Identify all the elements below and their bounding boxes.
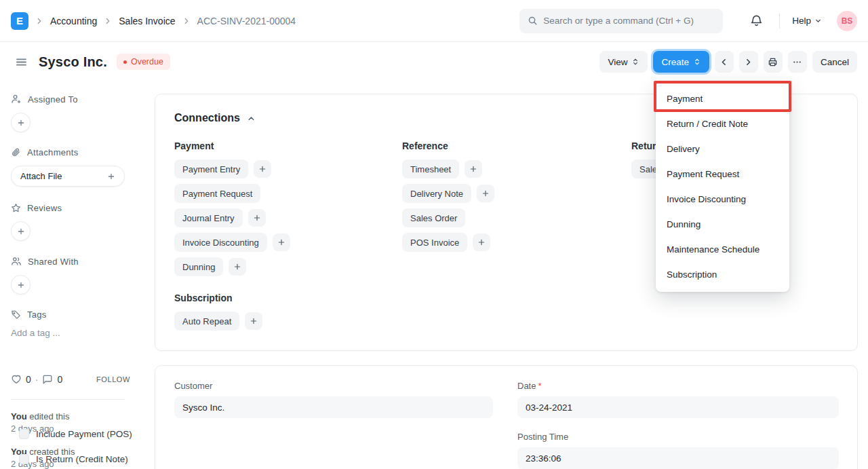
likes-row: 0 · 0 FOLLOW	[11, 374, 130, 385]
follow-button[interactable]: FOLLOW	[96, 375, 130, 383]
user-avatar[interactable]: BS	[837, 11, 857, 31]
hamburger-icon	[15, 56, 28, 69]
add-journal-entry-button[interactable]	[248, 209, 266, 227]
sidebar: Assigned To Attachments Attach File Revi…	[11, 94, 141, 338]
connection-row: Auto Repeat	[174, 312, 391, 331]
assigned-to-section: Assigned To	[11, 94, 141, 105]
add-share-button[interactable]	[11, 275, 31, 295]
connection-chip-sales-order[interactable]: Sales Order	[402, 208, 465, 227]
help-menu-button[interactable]: Help	[792, 16, 822, 26]
is-return-checkbox[interactable]	[19, 454, 29, 464]
ellipsis-icon	[792, 57, 802, 67]
attach-file-button[interactable]: Attach File	[11, 166, 125, 187]
create-menu-item-payment-request[interactable]: Payment Request	[656, 162, 789, 187]
posting-time-label: Posting Time	[517, 432, 839, 442]
create-button[interactable]: Create	[653, 51, 709, 73]
create-menu-item-return-credit-note[interactable]: Return / Credit Note	[656, 111, 789, 136]
add-assignment-button[interactable]	[11, 113, 31, 132]
create-menu-item-dunning[interactable]: Dunning	[656, 212, 789, 237]
connection-chip-dunning[interactable]: Dunning	[174, 257, 223, 276]
connections-section-header[interactable]: Connections	[174, 112, 256, 124]
next-document-button[interactable]	[739, 51, 758, 73]
cancel-button[interactable]: Cancel	[812, 51, 857, 73]
search-input[interactable]: Search or type a command (Ctrl + G)	[519, 9, 723, 33]
create-menu-item-invoice-discounting[interactable]: Invoice Discounting	[656, 187, 789, 212]
print-button[interactable]	[764, 51, 783, 73]
add-delivery-note-button[interactable]	[477, 185, 494, 202]
sidebar-toggle-button[interactable]	[11, 52, 32, 73]
status-badge-label: Overdue	[131, 57, 163, 67]
connection-chip-invoice-discounting[interactable]: Invoice Discounting	[174, 233, 267, 252]
connection-chip-pos-invoice[interactable]: POS Invoice	[402, 233, 467, 252]
customer-input[interactable]: Sysco Inc.	[174, 396, 493, 418]
create-menu-item-delivery[interactable]: Delivery	[656, 136, 789, 162]
attachments-label: Attachments	[27, 147, 79, 157]
tags-section: Tags	[11, 309, 141, 320]
connections-group-payment: Payment Payment Entry Payment Request Jo…	[174, 140, 391, 282]
create-menu-item-subscription[interactable]: Subscription	[656, 262, 789, 287]
help-label: Help	[792, 16, 811, 26]
chevron-left-icon	[719, 58, 728, 67]
attachments-section: Attachments	[11, 147, 141, 157]
add-invoice-discounting-button[interactable]	[273, 233, 290, 251]
chevron-up-icon	[247, 114, 256, 123]
breadcrumb-accounting[interactable]: Accounting	[50, 16, 97, 26]
more-options-button[interactable]	[788, 51, 807, 73]
plus-icon	[17, 119, 25, 127]
printer-icon	[768, 57, 778, 67]
create-menu-item-maintenance-schedule[interactable]: Maintenance Schedule	[656, 237, 789, 262]
tags-label: Tags	[27, 309, 47, 320]
connection-row: Invoice Discounting	[174, 233, 391, 252]
dot-separator: ·	[35, 374, 39, 385]
add-tag-input[interactable]: Add a tag ...	[11, 328, 141, 338]
connection-chip-payment-request[interactable]: Payment Request	[174, 184, 260, 203]
connection-chip-payment-entry[interactable]: Payment Entry	[174, 160, 248, 179]
users-icon	[11, 256, 22, 267]
comment-icon[interactable]	[42, 374, 53, 385]
add-review-button[interactable]	[11, 221, 31, 241]
search-icon	[528, 16, 538, 26]
posting-time-input[interactable]: 23:36:06	[517, 447, 839, 469]
group-title: Subscription	[174, 293, 391, 303]
date-label: Date*	[517, 381, 839, 391]
customer-field-group: Customer Sysco Inc.	[174, 381, 493, 418]
add-pos-invoice-button[interactable]	[473, 233, 490, 251]
heart-icon[interactable]	[11, 374, 22, 385]
create-menu-item-payment[interactable]: Payment	[656, 86, 789, 111]
search-placeholder: Search or type a command (Ctrl + G)	[543, 16, 694, 26]
app-logo[interactable]: E	[11, 12, 28, 30]
add-auto-repeat-button[interactable]	[245, 312, 262, 330]
connection-row: Timesheet	[402, 160, 619, 179]
include-payment-label: Include Payment (POS)	[36, 429, 132, 439]
assigned-to-label: Assigned To	[28, 94, 78, 105]
star-icon	[11, 203, 21, 213]
customer-label: Customer	[174, 381, 493, 391]
assign-user-icon	[11, 94, 22, 105]
chevron-down-icon	[814, 17, 822, 24]
connection-chip-auto-repeat[interactable]: Auto Repeat	[174, 312, 239, 331]
view-button-label: View	[608, 57, 627, 67]
chevron-right-icon	[104, 17, 112, 25]
breadcrumb-document-id: ACC-SINV-2021-00004	[197, 16, 296, 26]
notifications-button[interactable]	[746, 10, 767, 31]
connection-chip-journal-entry[interactable]: Journal Entry	[174, 208, 243, 227]
include-payment-row: Include Payment (POS)	[19, 429, 132, 439]
chevron-right-icon	[744, 58, 753, 67]
connection-row: Payment Entry	[174, 160, 391, 179]
view-button[interactable]: View	[599, 51, 648, 73]
connection-chip-delivery-note[interactable]: Delivery Note	[402, 184, 471, 203]
date-input[interactable]: 03-24-2021	[517, 396, 839, 418]
include-payment-checkbox[interactable]	[19, 429, 29, 439]
connection-row: POS Invoice	[402, 233, 619, 252]
previous-document-button[interactable]	[715, 51, 734, 73]
connection-row: Sales Order	[402, 208, 619, 227]
connection-chip-timesheet[interactable]: Timesheet	[402, 160, 459, 179]
required-mark: *	[538, 381, 541, 391]
add-timesheet-button[interactable]	[465, 160, 482, 178]
posting-time-field-group: Posting Time 23:36:06	[517, 432, 839, 469]
breadcrumb-sales-invoice[interactable]: Sales Invoice	[119, 16, 175, 26]
add-payment-entry-button[interactable]	[254, 160, 271, 178]
shared-with-label: Shared With	[28, 257, 79, 267]
add-dunning-button[interactable]	[229, 258, 246, 276]
plus-icon	[477, 238, 486, 246]
